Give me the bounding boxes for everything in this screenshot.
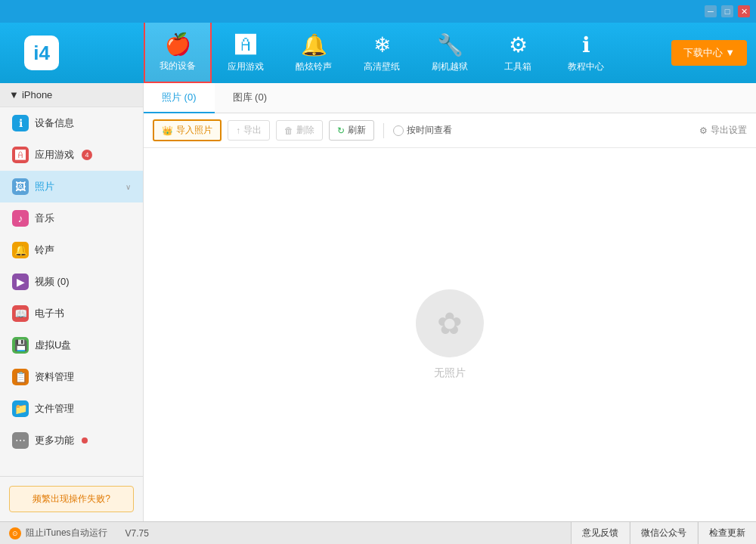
nav-item-tutorial[interactable]: ℹ 教程中心 xyxy=(552,23,620,83)
import-icon: 👑 xyxy=(162,125,173,136)
chevron-photos: ∨ xyxy=(125,183,131,191)
sidebar-label-data-mgr: 资料管理 xyxy=(35,370,74,384)
sidebar-label-device-info: 设备信息 xyxy=(35,116,74,130)
empty-flower-icon: ✿ xyxy=(437,306,463,341)
sidebar-item-video[interactable]: ▶ 视频 (0) xyxy=(0,266,143,298)
export-label: 导出 xyxy=(243,124,262,137)
sidebar-item-ebook[interactable]: 📖 电子书 xyxy=(0,298,143,329)
sidebar-item-file-mgr[interactable]: 📁 文件管理 xyxy=(0,393,143,425)
delete-icon: 🗑 xyxy=(284,125,293,136)
maximize-button[interactable]: □ xyxy=(721,5,733,17)
device-header: ▼ iPhone xyxy=(0,83,143,107)
nav-icon-toolbox: ⚙ xyxy=(509,32,528,57)
nav-icon-wallpaper: ❄ xyxy=(373,32,391,57)
nav-item-app-game[interactable]: 🅰 应用游戏 xyxy=(212,23,280,83)
nav-label-jailbreak: 刷机越狱 xyxy=(432,60,468,73)
sidebar-icon-device-info: ℹ xyxy=(12,115,29,131)
sidebar: ▼ iPhone ℹ 设备信息 🅰 应用游戏 4 🖼 照片 ∨ ♪ 音乐 🔔 铃… xyxy=(0,83,144,521)
sidebar-label-app-game: 应用游戏 xyxy=(35,148,74,162)
download-button[interactable]: 下载中心 ▼ xyxy=(671,40,747,66)
device-name: iPhone xyxy=(22,89,52,100)
export-icon: ↑ xyxy=(236,125,240,136)
logo-area: i4 爱思助手 www.i4.cn xyxy=(0,23,144,83)
sidebar-item-data-mgr[interactable]: 📋 资料管理 xyxy=(0,361,143,393)
tab-library-tab[interactable]: 图库 (0) xyxy=(215,83,286,113)
sidebar-icon-music: ♪ xyxy=(12,210,29,227)
nav-label-tutorial: 教程中心 xyxy=(568,60,604,73)
sidebar-icon-udisk: 💾 xyxy=(12,337,29,354)
update-button[interactable]: 检查更新 xyxy=(698,522,756,545)
wechat-button[interactable]: 微信公众号 xyxy=(630,522,697,545)
tab-photos-tab[interactable]: 照片 (0) xyxy=(144,83,215,113)
sidebar-icon-ebook: 📖 xyxy=(12,305,29,322)
status-right: 意见反馈 微信公众号 检查更新 xyxy=(571,522,756,545)
nav-label-wallpaper: 高清壁纸 xyxy=(364,60,400,73)
refresh-button[interactable]: ↻ 刷新 xyxy=(329,120,374,141)
sidebar-bottom: 频繁出现操作失败? xyxy=(0,476,143,521)
nav-items: 🍎 我的设备 🅰 应用游戏 🔔 酷炫铃声 ❄ 高清壁纸 🔧 刷机越狱 ⚙ 工具箱… xyxy=(144,23,662,83)
status-left: ⊙ 阻止iTunes自动运行 xyxy=(0,527,116,539)
nav-icon-app-game: 🅰 xyxy=(235,32,256,57)
minimize-button[interactable]: ─ xyxy=(705,5,717,17)
sidebar-items: ℹ 设备信息 🅰 应用游戏 4 🖼 照片 ∨ ♪ 音乐 🔔 铃声 ▶ 视频 (0… xyxy=(0,107,143,456)
nav-label-app-game: 应用游戏 xyxy=(228,60,264,73)
delete-button: 🗑 删除 xyxy=(276,120,323,141)
sidebar-item-udisk[interactable]: 💾 虚拟U盘 xyxy=(0,329,143,361)
sidebar-icon-ringtone: 🔔 xyxy=(12,242,29,258)
sidebar-label-ebook: 电子书 xyxy=(35,307,64,320)
nav-icon-my-device: 🍎 xyxy=(165,32,191,57)
nav-item-wallpaper[interactable]: ❄ 高清壁纸 xyxy=(348,23,416,83)
nav-icon-ringtone: 🔔 xyxy=(301,32,327,57)
time-view-option[interactable]: 按时间查看 xyxy=(393,124,452,137)
sidebar-label-file-mgr: 文件管理 xyxy=(35,402,74,416)
export-settings[interactable]: ⚙ 导出设置 xyxy=(699,124,747,137)
dot-badge-more xyxy=(82,437,88,444)
trouble-button[interactable]: 频繁出现操作失败? xyxy=(9,486,134,512)
sidebar-icon-video: ▶ xyxy=(12,274,29,290)
separator xyxy=(383,123,384,138)
import-label: 导入照片 xyxy=(176,124,212,137)
sidebar-item-app-game[interactable]: 🅰 应用游戏 4 xyxy=(0,139,143,171)
empty-text: 无照片 xyxy=(434,366,466,380)
time-view-radio[interactable] xyxy=(393,125,404,136)
refresh-icon: ↻ xyxy=(337,125,345,136)
empty-state: ✿ 无照片 xyxy=(144,148,756,521)
delete-label: 删除 xyxy=(296,124,314,137)
sidebar-label-more: 更多功能 xyxy=(35,434,74,447)
sidebar-icon-more: ⋯ xyxy=(12,432,29,449)
sidebar-label-video: 视频 (0) xyxy=(35,275,70,289)
sidebar-item-more[interactable]: ⋯ 更多功能 xyxy=(0,425,143,456)
device-arrow: ▼ xyxy=(9,89,19,100)
nav-item-my-device[interactable]: 🍎 我的设备 xyxy=(144,23,212,83)
nav-label-my-device: 我的设备 xyxy=(160,60,196,73)
sidebar-label-ringtone: 铃声 xyxy=(35,243,54,257)
close-button[interactable]: ✕ xyxy=(738,5,750,17)
nav-item-ringtone[interactable]: 🔔 酷炫铃声 xyxy=(280,23,348,83)
nav-icon-jailbreak: 🔧 xyxy=(437,32,463,57)
empty-icon: ✿ xyxy=(416,289,484,357)
version-text: V7.75 xyxy=(116,528,158,539)
tabs: 照片 (0)图库 (0) xyxy=(144,83,756,113)
badge-app-game: 4 xyxy=(82,150,92,160)
export-button: ↑ 导出 xyxy=(228,120,270,141)
nav-icon-tutorial: ℹ xyxy=(582,32,590,57)
sidebar-label-udisk: 虚拟U盘 xyxy=(35,338,71,352)
sidebar-item-music[interactable]: ♪ 音乐 xyxy=(0,202,143,234)
nav-label-toolbox: 工具箱 xyxy=(504,60,531,73)
export-settings-label: 导出设置 xyxy=(711,124,747,137)
sidebar-item-device-info[interactable]: ℹ 设备信息 xyxy=(0,107,143,139)
content-area: 照片 (0)图库 (0) 👑 导入照片 ↑ 导出 🗑 删除 ↻ 刷新 按 xyxy=(144,83,756,521)
sidebar-item-ringtone[interactable]: 🔔 铃声 xyxy=(0,234,143,266)
settings-icon: ⚙ xyxy=(699,125,708,136)
sidebar-icon-data-mgr: 📋 xyxy=(12,369,29,385)
header: i4 爱思助手 www.i4.cn 🍎 我的设备 🅰 应用游戏 🔔 酷炫铃声 ❄… xyxy=(0,23,756,83)
sidebar-icon-app-game: 🅰 xyxy=(12,147,29,163)
nav-item-jailbreak[interactable]: 🔧 刷机越狱 xyxy=(416,23,484,83)
nav-item-toolbox[interactable]: ⚙ 工具箱 xyxy=(484,23,552,83)
status-text: 阻止iTunes自动运行 xyxy=(26,527,107,539)
feedback-button[interactable]: 意见反馈 xyxy=(571,522,629,545)
toolbar: 👑 导入照片 ↑ 导出 🗑 删除 ↻ 刷新 按时间查看 ⚙ 导出 xyxy=(144,113,756,148)
sidebar-item-photos[interactable]: 🖼 照片 ∨ xyxy=(0,171,143,202)
time-view-label: 按时间查看 xyxy=(407,124,452,137)
import-button[interactable]: 👑 导入照片 xyxy=(153,119,222,141)
